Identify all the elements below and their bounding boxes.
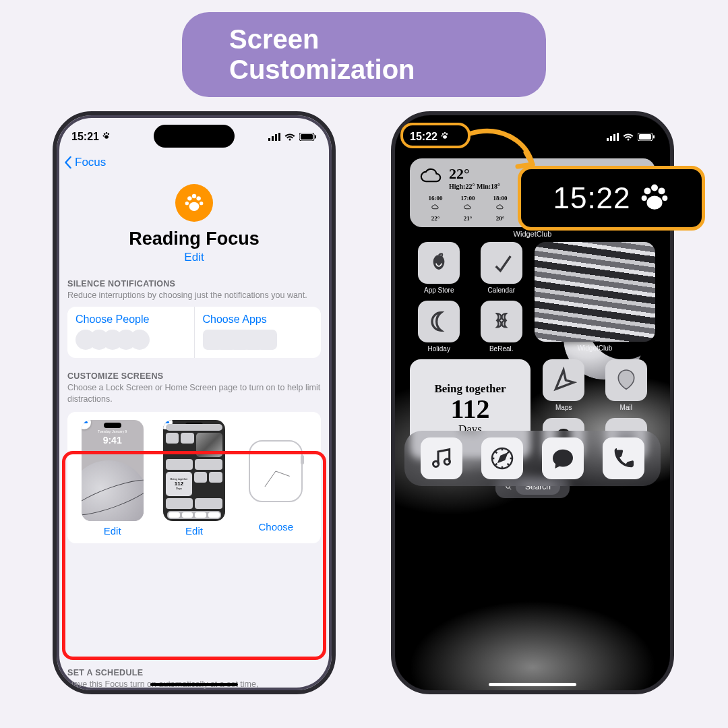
svg-rect-8: [278, 133, 280, 141]
status-time: 15:21: [71, 131, 111, 143]
home-indicator[interactable]: [150, 683, 238, 686]
wifi-icon: [623, 133, 634, 141]
svg-rect-10: [301, 134, 313, 140]
svg-point-2: [108, 133, 110, 135]
cloud-icon: [419, 165, 442, 191]
svg-point-41: [641, 195, 646, 201]
svg-rect-29: [653, 135, 655, 139]
annotation-highlight-statusbar: [400, 123, 471, 148]
svg-point-15: [185, 202, 189, 205]
svg-point-13: [192, 194, 196, 198]
app-mail[interactable]: Mail: [597, 359, 656, 411]
app-bereal[interactable]: BeReal.: [473, 301, 531, 353]
nav-back[interactable]: Focus: [57, 153, 332, 172]
svg-rect-5: [268, 138, 270, 141]
cellular-icon: [268, 133, 280, 141]
svg-point-4: [104, 135, 109, 138]
annotation-zoom-clock: 15:22: [518, 166, 705, 231]
svg-point-0: [104, 133, 106, 135]
svg-point-17: [189, 202, 200, 211]
focus-paw-icon: [175, 184, 213, 222]
dock-safari[interactable]: [481, 437, 523, 479]
paw-icon: [102, 131, 111, 143]
wifi-icon: [284, 133, 295, 141]
widget-label: WidgetClub: [395, 230, 670, 238]
svg-rect-24: [610, 136, 612, 141]
dynamic-island: [154, 125, 235, 148]
chevron-left-icon: [63, 156, 73, 169]
svg-point-36: [444, 459, 450, 464]
svg-point-1: [106, 132, 108, 134]
svg-point-3: [102, 135, 104, 137]
silence-header: SILENCE NOTIFICATIONS: [67, 279, 321, 289]
svg-rect-7: [275, 134, 277, 141]
watch-icon: [249, 440, 303, 502]
svg-point-39: [651, 185, 658, 191]
app-app-store[interactable]: App Store: [410, 242, 468, 294]
choose-people-button[interactable]: Choose People: [67, 307, 195, 358]
svg-point-12: [187, 196, 191, 200]
app-calendar[interactable]: Calendar: [473, 242, 531, 294]
choose-apps-button[interactable]: Choose Apps: [195, 307, 322, 358]
dock-messages[interactable]: [542, 437, 584, 479]
svg-rect-28: [639, 134, 651, 140]
customize-header: CUSTOMIZE SCREENS: [67, 371, 321, 381]
customize-subtext: Choose a Lock Screen or Home Screen page…: [67, 382, 321, 405]
banner-title: Screen Customization: [182, 12, 546, 97]
watch-face-choose[interactable]: Choose: [238, 420, 314, 537]
phone-left: 15:21 Focus Reading Focus Edit SILENCE N…: [53, 111, 336, 694]
svg-rect-6: [272, 136, 274, 141]
dock: [404, 431, 661, 486]
marble-widget[interactable]: WidgetClub: [535, 242, 655, 353]
dock-phone[interactable]: [603, 437, 644, 479]
svg-rect-11: [315, 135, 316, 139]
svg-point-42: [662, 195, 667, 201]
svg-point-14: [196, 196, 200, 200]
remove-badge-icon[interactable]: [82, 420, 91, 429]
focus-edit-button[interactable]: Edit: [57, 251, 332, 264]
lock-screen-preview[interactable]: Tuesday, January 9 9:41 Edit: [74, 420, 150, 537]
battery-icon: [638, 133, 655, 141]
app-maps[interactable]: Maps: [535, 359, 593, 411]
svg-rect-23: [607, 138, 609, 141]
schedule-header: SET A SCHEDULE: [67, 668, 321, 677]
focus-title: Reading Focus: [57, 229, 332, 249]
svg-point-35: [433, 461, 439, 466]
svg-rect-25: [613, 134, 615, 141]
svg-point-16: [200, 202, 203, 205]
svg-point-43: [646, 195, 662, 209]
silence-subtext: Reduce interruptions by choosing just th…: [67, 290, 321, 301]
app-holiday[interactable]: Holiday: [410, 301, 468, 353]
home-screen-preview[interactable]: Being together 112 Days Edit: [156, 420, 232, 537]
paw-icon: [639, 181, 670, 215]
cellular-icon: [607, 133, 619, 141]
dock-music[interactable]: [421, 437, 462, 479]
svg-point-38: [644, 187, 650, 194]
svg-point-40: [658, 187, 665, 194]
battery-icon: [299, 133, 317, 141]
home-indicator[interactable]: [489, 683, 576, 686]
svg-rect-26: [617, 133, 619, 141]
